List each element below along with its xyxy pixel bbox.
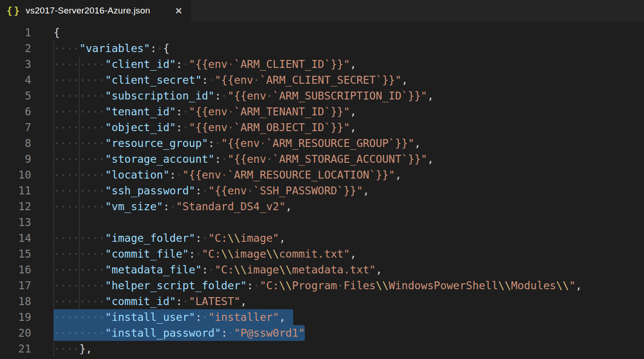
code-line[interactable]: 5········"subscription_id":·"{{env·`ARM_… bbox=[0, 88, 644, 104]
json-string-value: "{{env bbox=[189, 121, 228, 133]
line-number: 3 bbox=[0, 56, 31, 72]
whitespace-dots: · bbox=[266, 153, 273, 165]
whitespace-dots: · bbox=[221, 90, 228, 102]
code-line[interactable]: 20········"install_password":·"P@ssw0rd1… bbox=[0, 325, 644, 341]
json-string-value: metadata.txt" bbox=[292, 264, 376, 276]
code-line[interactable]: 6········"tenant_id":·"{{env·`ARM_TENANT… bbox=[0, 104, 644, 120]
json-string-value: Modules bbox=[511, 279, 556, 292]
json-punctuation: , bbox=[395, 169, 402, 181]
code-line[interactable]: 19········"install_user":·"installer", bbox=[0, 309, 644, 325]
code-line[interactable]: 21····}, bbox=[0, 341, 644, 357]
json-string-value: "{{env bbox=[208, 185, 247, 197]
code-text: ········"install_user":·"installer", bbox=[54, 309, 286, 325]
line-number: 12 bbox=[0, 199, 31, 214]
json-string-value: `ARM_RESOURCE_GROUP`}}" bbox=[266, 137, 415, 149]
json-key: "commit_id" bbox=[105, 295, 176, 307]
json-string-value: "{{env bbox=[189, 58, 228, 70]
json-punctuation: : bbox=[202, 264, 208, 276]
json-key: "helper_script_folder" bbox=[105, 279, 247, 292]
whitespace-dots: ········ bbox=[54, 185, 105, 197]
json-punctuation: : bbox=[195, 311, 202, 323]
json-key: "tenant_id" bbox=[105, 106, 176, 118]
close-tab-icon[interactable]: ✕ bbox=[173, 5, 184, 17]
json-string-value: `ARM_RESOURCE_LOCATION`}}" bbox=[228, 169, 395, 181]
json-punctuation: : bbox=[176, 295, 182, 307]
whitespace-dots: ········ bbox=[54, 295, 105, 307]
json-punctuation: , bbox=[279, 311, 286, 323]
json-key: "subscription_id" bbox=[105, 90, 215, 102]
code-line[interactable]: 11········"ssh_password":·"{{env·`SSH_PA… bbox=[0, 183, 644, 199]
code-line[interactable]: 17········"helper_script_folder":·"C:\\P… bbox=[0, 278, 644, 293]
json-string-value: "installer" bbox=[208, 311, 279, 323]
line-number: 6 bbox=[0, 104, 31, 120]
json-string-value: "C: bbox=[202, 248, 221, 260]
code-text: ········"ssh_password":·"{{env·`SSH_PASS… bbox=[54, 183, 369, 199]
whitespace-dots: · bbox=[221, 169, 228, 181]
line-number: 20 bbox=[0, 325, 31, 341]
whitespace-dots: · bbox=[208, 264, 215, 276]
json-string-value: "C: bbox=[260, 279, 279, 292]
whitespace-dots: ········ bbox=[54, 106, 105, 118]
json-key: "commit_file" bbox=[105, 248, 189, 260]
line-number: 18 bbox=[0, 293, 31, 309]
code-line[interactable]: 15········"commit_file":·"C:\\image\\com… bbox=[0, 246, 644, 262]
json-string-value: Files bbox=[343, 279, 376, 292]
line-number: 19 bbox=[0, 309, 31, 325]
json-key: "client_secret" bbox=[105, 74, 202, 86]
tab-filename: vs2017-Server2016-Azure.json bbox=[26, 6, 150, 16]
json-punctuation: , bbox=[376, 264, 382, 276]
json-string-value: image bbox=[234, 248, 266, 260]
whitespace-dots: · bbox=[266, 90, 273, 102]
code-text: ····}, bbox=[54, 341, 92, 357]
line-number: 4 bbox=[0, 72, 31, 88]
escape-sequence: \\ bbox=[221, 248, 234, 260]
json-string-value: `ARM_SUBSCRIPTION_ID`}}" bbox=[273, 90, 427, 102]
json-punctuation: , bbox=[279, 232, 286, 244]
code-text: ········"client_id":·"{{env·`ARM_CLIENT_… bbox=[54, 56, 356, 72]
code-line[interactable]: 3········"client_id":·"{{env·`ARM_CLIENT… bbox=[0, 56, 644, 72]
whitespace-dots: ········ bbox=[54, 264, 105, 276]
whitespace-dots: · bbox=[182, 58, 189, 70]
whitespace-dots: · bbox=[157, 42, 163, 54]
code-editor[interactable]: 1{2····"variables":·{3········"client_id… bbox=[0, 21, 644, 359]
code-line[interactable]: 4········"client_secret":·"{{env·`ARM_CL… bbox=[0, 72, 644, 88]
json-punctuation: : bbox=[176, 106, 182, 118]
json-key: "object_id" bbox=[105, 121, 176, 133]
whitespace-dots: ········ bbox=[54, 169, 105, 181]
whitespace-dots: · bbox=[215, 137, 221, 149]
whitespace-dots: · bbox=[176, 169, 182, 181]
escape-sequence: \\ bbox=[279, 264, 292, 276]
code-line[interactable]: 10········"location":·"{{env·`ARM_RESOUR… bbox=[0, 167, 644, 183]
code-line[interactable]: 9········"storage_account":·"{{env·`ARM_… bbox=[0, 151, 644, 167]
whitespace-dots: · bbox=[202, 232, 208, 244]
json-key: "image_folder" bbox=[105, 232, 195, 244]
code-text: ········"tenant_id":·"{{env·`ARM_TENANT_… bbox=[54, 104, 356, 120]
line-number: 9 bbox=[0, 151, 31, 167]
json-punctuation: : bbox=[189, 248, 195, 260]
code-line[interactable]: 18········"commit_id":·"LATEST", bbox=[0, 293, 644, 309]
code-line[interactable]: 8········"resource_group":·"{{env·`ARM_R… bbox=[0, 135, 644, 151]
code-line[interactable]: 1{ bbox=[0, 25, 644, 40]
json-punctuation: : bbox=[169, 169, 176, 181]
json-punctuation: , bbox=[350, 121, 356, 133]
tab-vs2017-server2016-azure-json[interactable]: {} vs2017-Server2016-Azure.json ✕ bbox=[0, 0, 191, 21]
whitespace-dots: · bbox=[337, 279, 343, 292]
whitespace-dots: · bbox=[228, 106, 234, 118]
code-line[interactable]: 12········"vm_size":·"Standard_DS4_v2", bbox=[0, 199, 644, 214]
json-punctuation: , bbox=[427, 153, 434, 165]
json-key: "vm_size" bbox=[105, 200, 163, 213]
whitespace-dots: ········ bbox=[54, 58, 105, 70]
json-punctuation: , bbox=[402, 74, 408, 86]
json-punctuation: : bbox=[195, 232, 202, 244]
json-punctuation: : bbox=[215, 90, 221, 102]
code-line[interactable]: 16········"metadata_file":·"C:\\image\\m… bbox=[0, 262, 644, 278]
json-string-value: `ARM_OBJECT_ID`}}" bbox=[234, 121, 350, 133]
whitespace-dots: ········ bbox=[54, 311, 105, 323]
code-line[interactable]: 13 bbox=[0, 214, 644, 230]
code-text: { bbox=[54, 25, 60, 40]
whitespace-dots: · bbox=[169, 200, 176, 213]
code-line[interactable]: 14········"image_folder":·"C:\\image", bbox=[0, 230, 644, 246]
json-punctuation: { bbox=[54, 27, 60, 39]
code-line[interactable]: 2····"variables":·{ bbox=[0, 40, 644, 56]
code-line[interactable]: 7········"object_id":·"{{env·`ARM_OBJECT… bbox=[0, 120, 644, 135]
